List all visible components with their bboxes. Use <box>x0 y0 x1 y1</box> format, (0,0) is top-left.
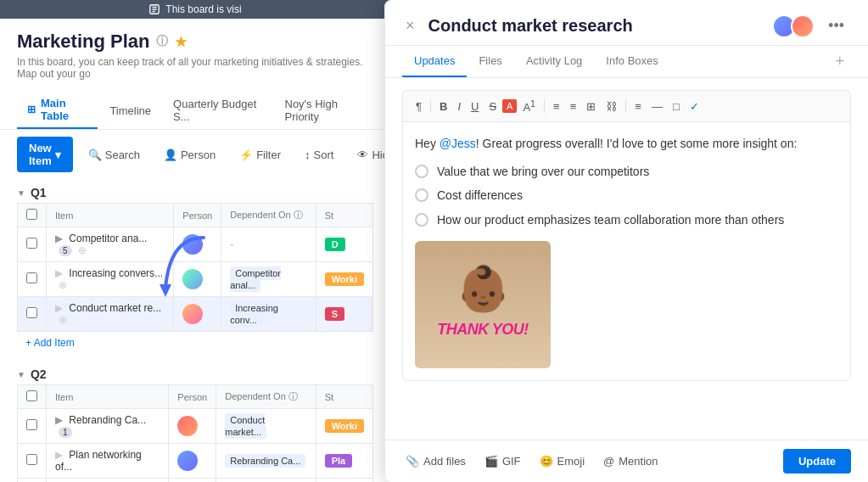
rte-italic-btn[interactable]: I <box>453 98 465 115</box>
board-title-text: Marketing Plan <box>17 31 149 53</box>
rte-paragraph-btn[interactable]: ¶ <box>412 98 426 115</box>
row2-expander: ▶ <box>55 267 63 279</box>
q2-row3-person <box>169 479 216 483</box>
row2-checkbox[interactable] <box>26 272 37 283</box>
q2-header-row: Item Person Dependent On ⓘ St <box>18 385 373 409</box>
tab-timeline[interactable]: Timeline <box>99 99 161 122</box>
sort-button[interactable]: ↕ Sort <box>296 144 342 165</box>
q1-add-item[interactable]: + Add Item <box>17 332 373 354</box>
q2-select-all[interactable] <box>26 390 37 401</box>
rte-ordered-list-btn[interactable]: ≡ <box>566 98 581 115</box>
thank-you-inner: 👶🏾 THANK YOU! <box>415 241 551 368</box>
modal-close-button[interactable]: × <box>402 14 418 38</box>
board-title-row: Marketing Plan ⓘ ★ <box>17 31 373 53</box>
row1-status: D <box>316 227 372 262</box>
row2-person-add[interactable]: ⊕ <box>59 279 67 291</box>
q2-row1-item-name: Rebranding Ca... <box>69 414 146 426</box>
q2-row1-checkbox[interactable] <box>26 419 37 430</box>
row2-dependent: Competitor anal... <box>221 262 316 297</box>
q2-col-person: Person <box>169 385 216 409</box>
q2-col-status: St <box>316 385 372 409</box>
checklist-circle-3[interactable] <box>415 213 428 227</box>
modal-tab-updates-label: Updates <box>414 54 455 67</box>
board-tabs: ⊞ Main Table Timeline Quarterly Budget S… <box>0 87 390 130</box>
modal-avatar-2 <box>791 14 815 38</box>
checklist: Value that we bring over our competitors… <box>415 162 838 229</box>
new-item-dropdown-icon: ▾ <box>55 149 61 161</box>
rte-hr-btn[interactable]: — <box>647 98 667 115</box>
rte-greeting: Hey <box>415 137 440 150</box>
rte-table-btn[interactable]: ⊞ <box>582 98 600 115</box>
q2-section-header[interactable]: ▼ Q2 <box>17 361 373 384</box>
filter-button[interactable]: ⚡ Filter <box>231 144 289 165</box>
add-files-button[interactable]: 📎 Add files <box>402 451 469 471</box>
row3-checkbox[interactable] <box>26 307 37 318</box>
row1-checkbox[interactable] <box>26 238 37 249</box>
q2-col-dependent: Dependent On ⓘ <box>216 385 316 409</box>
checklist-circle-1[interactable] <box>415 165 428 178</box>
modal-tab-activity-label: Activity Log <box>526 54 582 67</box>
rte-strikethrough-btn[interactable]: S <box>484 98 501 115</box>
q2-row1-expander[interactable]: ▶ <box>55 414 63 426</box>
tab-main-table[interactable]: ⊞ Main Table <box>17 92 98 129</box>
q2-row3-checkbox-cell <box>18 479 47 483</box>
row2-status: Worki <box>316 262 372 297</box>
q2-row2-checkbox[interactable] <box>26 454 37 465</box>
row3-person-add[interactable]: ⊕ <box>59 314 67 326</box>
person-button[interactable]: 👤 Person <box>155 144 224 165</box>
q2-row2-checkbox-cell <box>18 444 47 479</box>
row1-person-add[interactable]: ⊕ <box>78 244 87 256</box>
rte-check-btn[interactable]: ✓ <box>686 98 703 115</box>
modal-tab-updates[interactable]: Updates <box>402 46 467 77</box>
gif-button[interactable]: 🎬 GIF <box>481 451 524 471</box>
modal-tab-activity[interactable]: Activity Log <box>514 46 594 77</box>
q1-section-header[interactable]: ▼ Q1 <box>17 179 373 203</box>
tab-noy[interactable]: Noy's High Priority <box>275 92 374 128</box>
rte-align-btn[interactable]: ≡ <box>630 98 646 115</box>
new-item-button[interactable]: New Item ▾ <box>17 137 73 172</box>
board-header: Marketing Plan ⓘ ★ In this board, you ca… <box>0 19 390 87</box>
mention-button[interactable]: @ Mention <box>600 451 661 471</box>
q2-row3-item: ▶ Launch PPC camp... <box>47 479 169 483</box>
tab-quarterly[interactable]: Quarterly Budget S... <box>163 92 272 128</box>
q2-row2-item-name: Plan networking of... <box>55 449 142 473</box>
board-toolbar: New Item ▾ 🔍 Search 👤 Person ⚡ Filter ↕ … <box>0 130 390 179</box>
q2-row1-dep-value: Conduct market... <box>225 413 266 439</box>
star-icon[interactable]: ★ <box>175 34 187 50</box>
rte-underline-btn[interactable]: U <box>467 98 483 115</box>
rte-link-btn[interactable]: ⛓ <box>602 98 621 115</box>
q2-row1-person <box>169 409 216 444</box>
modal-more-button[interactable]: ••• <box>821 14 851 38</box>
q2-col-item: Item <box>47 385 169 409</box>
rte-content[interactable]: Hey @Jess! Great progress overall! I'd l… <box>402 121 851 381</box>
modal-tab-info[interactable]: Info Boxes <box>594 46 669 77</box>
rte-list-btn[interactable]: ≡ <box>549 98 564 115</box>
modal-tab-add-button[interactable]: + <box>828 46 851 77</box>
row3-status-badge: S <box>325 307 344 321</box>
update-button[interactable]: Update <box>783 449 851 474</box>
search-button[interactable]: 🔍 Search <box>80 144 148 165</box>
info-icon[interactable]: ⓘ <box>156 34 168 49</box>
rte-superscript-btn[interactable]: A1 <box>518 96 540 116</box>
footer-actions: 📎 Add files 🎬 GIF 😊 Emoji @ Mention <box>402 451 662 471</box>
q2-row2-dependent: Rebranding Ca... <box>216 444 316 479</box>
modal-tab-files[interactable]: Files <box>467 46 513 77</box>
row3-dependent: Increasing conv... <box>221 297 316 332</box>
rte-indent-btn[interactable]: □ <box>669 98 684 115</box>
table-row: ▶ Plan networking of... Rebranding Ca...… <box>18 444 373 479</box>
mention-label: Mention <box>619 455 658 468</box>
board-description: In this board, you can keep track of all… <box>17 56 373 80</box>
rte-bold-btn[interactable]: B <box>435 98 451 115</box>
hide-icon: 👁 <box>357 149 368 161</box>
top-banner: This board is visi <box>0 0 390 19</box>
table-row: ▶ Launch PPC camp... Plan networking... … <box>18 479 373 483</box>
checklist-circle-2[interactable] <box>415 188 428 202</box>
rte-color-btn[interactable]: A <box>502 99 517 113</box>
thank-you-image: 👶🏾 THANK YOU! <box>415 241 551 368</box>
q1-select-all[interactable] <box>26 209 37 220</box>
emoji-button[interactable]: 😊 Emoji <box>536 451 589 471</box>
q2-row1-dependent: Conduct market... <box>216 409 316 444</box>
arrow-overlay <box>153 229 221 317</box>
row1-expander[interactable]: ▶ <box>55 233 63 244</box>
q2-row1-status-badge: Worki <box>325 419 364 433</box>
